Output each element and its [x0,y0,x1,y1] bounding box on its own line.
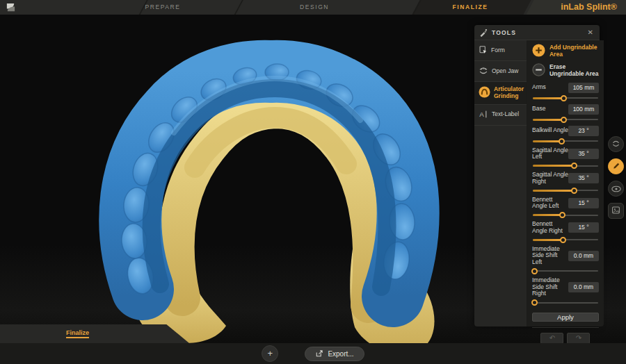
slider-label: Balkwill Angle [532,127,568,134]
tools-tab-form[interactable]: Form [474,40,527,61]
slider-handle[interactable] [560,237,566,243]
close-icon[interactable]: ✕ [586,28,595,37]
slider-value-field[interactable]: 0.0 mm [568,251,599,261]
top-navigation-bar: PREPARE DESIGN FINALIZE inLab Splint® [0,0,626,15]
slider-label: Base [532,106,568,113]
slider-handle[interactable] [559,212,565,218]
eye-icon [611,183,621,195]
tools-tab-open-jaw[interactable]: Open Jaw [474,61,527,82]
tools-tab-label: Text-Label [492,111,519,118]
tools-panel-header: TOOLS ✕ [474,25,600,40]
history-buttons: ↶ ↷ [532,327,599,344]
minus-circle-icon [532,63,545,78]
undo-button[interactable]: ↶ [540,333,563,344]
slider-track[interactable] [533,95,598,101]
add-button[interactable]: + [262,345,278,362]
tools-tab-text-label[interactable]: AText-Label [474,105,527,126]
slider-row-sagittal-angle-right: Sagittal Angle Right35 ° [532,172,599,194]
slider-value-field[interactable]: 23 ° [568,126,599,136]
slider-track[interactable] [533,163,598,169]
display-objects-button[interactable] [608,136,624,152]
slider-value-field[interactable]: 105 mm [568,83,599,93]
slider-row-bennett-angle-left: Bennett Angle Left15 ° [532,197,599,219]
svg-text:A: A [479,110,484,118]
slider-track[interactable] [533,237,598,243]
phase-tab-label: Finalize [66,329,89,338]
open-jaw-icon [479,66,488,76]
phase-tab-finalize[interactable]: Finalize [0,324,189,343]
app-logo-icon [5,2,17,13]
bottom-bar: + Export... [0,343,626,364]
wrench-icon [479,28,488,37]
splint-3d-model[interactable] [77,28,466,348]
plus-circle-icon [532,44,545,59]
tools-tab-label: Open Jaw [492,68,518,75]
slider-handle[interactable] [571,188,577,194]
side-toolbar [608,136,624,219]
slider-label: Immediate Side Shift Left [532,246,568,266]
slider-track[interactable] [533,138,598,144]
slider-track[interactable] [533,299,598,306]
nav-separator [233,0,244,15]
tools-tab-articulator-grinding[interactable]: Articulator Grinding [474,82,527,105]
screenshot-button[interactable] [608,203,624,219]
slider-handle[interactable] [561,117,567,123]
slider-handle[interactable] [531,299,538,306]
pencil-icon [612,160,620,173]
eye-button[interactable] [608,181,624,197]
slider-label: Arms [532,84,568,91]
export-button[interactable]: Export... [305,347,364,361]
slider-handle[interactable] [559,138,565,144]
slider-row-immediate-side-shift-left: Immediate Side Shift Left0.0 mm [532,246,599,274]
slider-handle[interactable] [531,268,538,274]
app-title: inLab Splint® [561,0,617,15]
slider-label: Immediate Side Shift Right [532,277,568,297]
tools-tab-list: FormOpen JawArticulator GrindingAText-La… [474,40,527,326]
text-label-icon: A [479,110,488,120]
area-button-label: Erase Ungrindable Area [549,64,599,78]
slider-row-base: Base100 mm [532,104,599,123]
area-button-label: Add Ungrindable Area [549,44,599,58]
slider-row-sagittal-angle-left: Sagittal Angle Left35 ° [532,147,599,169]
erase-ungrindable-area-button[interactable]: Erase Ungrindable Area [532,63,599,78]
slider-value-field[interactable]: 35 ° [568,149,599,159]
slider-label: Bennett Angle Right [532,221,568,235]
export-icon [315,349,323,358]
tab-finalize[interactable]: FINALIZE [452,0,488,15]
screenshot-icon [611,205,620,217]
slider-handle[interactable] [571,163,577,169]
tab-prepare[interactable]: PREPARE [145,0,180,15]
slider-value-field[interactable]: 100 mm [568,104,599,115]
slider-value-field[interactable]: 15 ° [568,222,599,233]
slider-label: Sagittal Angle Left [532,147,568,161]
slider-label: Sagittal Angle Right [532,172,568,185]
pencil-button[interactable] [608,158,624,174]
slider-row-balkwill-angle: Balkwill Angle23 ° [532,126,599,144]
redo-button[interactable]: ↷ [567,333,590,344]
tools-panel: TOOLS ✕ FormOpen JawArticulator Grinding… [474,25,600,326]
slider-row-bennett-angle-right: Bennett Angle Right15 ° [532,221,599,243]
display-objects-icon [611,138,620,151]
slider-label: Bennett Angle Left [532,197,568,210]
slider-value-field[interactable]: 35 ° [568,173,599,183]
form-icon [479,45,488,56]
tools-panel-content: Add Ungrindable AreaErase Ungrindable Ar… [527,40,604,326]
slider-track[interactable] [533,117,598,123]
slider-track[interactable] [533,188,598,194]
tab-design[interactable]: DESIGN [300,0,329,15]
slider-value-field[interactable]: 15 ° [568,198,599,208]
slider-handle[interactable] [561,95,567,101]
tools-tab-label: Articulator Grinding [494,86,524,100]
articulator-grinding-icon [479,86,490,99]
slider-row-arms: Arms105 mm [532,83,599,101]
slider-value-field[interactable]: 0.0 mm [568,282,599,292]
export-button-label: Export... [328,350,353,358]
add-ungrindable-area-button[interactable]: Add Ungrindable Area [532,44,599,59]
tools-panel-title: TOOLS [492,29,582,36]
tools-tab-label: Form [491,47,505,54]
slider-track[interactable] [533,212,598,218]
slider-row-immediate-side-shift-right: Immediate Side Shift Right0.0 mm [532,277,599,306]
slider-track[interactable] [533,268,598,274]
apply-button[interactable]: Apply [532,313,599,322]
